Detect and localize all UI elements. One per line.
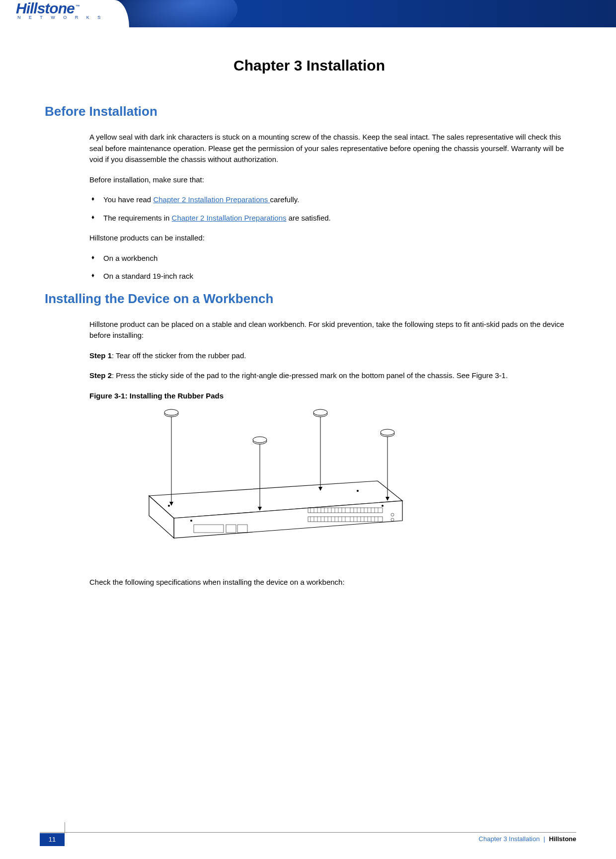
section-before-body: A yellow seal with dark ink characters i… [89, 132, 574, 282]
rubber-pad-icon [313, 409, 327, 491]
step1-text: : Tear off the sticker from the rubber p… [112, 351, 246, 360]
screw-icon [168, 505, 170, 507]
svg-point-59 [313, 409, 327, 415]
before-para1: A yellow seal with dark ink characters i… [89, 132, 574, 165]
footer-vertical-rule [65, 822, 65, 833]
list-item: You have read Chapter 2 Installation Pre… [103, 194, 574, 206]
rubber-pads-diagram [119, 406, 417, 560]
link-chapter2-a[interactable]: Chapter 2 Installation Preparations [153, 195, 270, 204]
workbench-para-after: Check the following specifications when … [89, 577, 574, 588]
svg-point-55 [253, 437, 267, 443]
page-content: Chapter 3 Installation Before Installati… [0, 27, 616, 588]
footer-separator: | [543, 835, 545, 843]
svg-point-51 [164, 409, 178, 415]
footer-brand: Hillstone [549, 835, 576, 843]
header-blue-band [114, 0, 616, 27]
before-list-1: You have read Chapter 2 Installation Pre… [89, 194, 574, 224]
before-para2: Before installation, make sure that: [89, 174, 574, 186]
logo-main-text: Hillstone [16, 0, 75, 16]
footer-chapter: Chapter 3 Installation [479, 835, 540, 843]
footer-right: Chapter 3 Installation | Hillstone [479, 835, 576, 843]
section-workbench-heading: Installing the Device on a Workbench [45, 291, 574, 307]
step2-text: : Press the sticky side of the pad to th… [112, 371, 508, 380]
section-workbench-body: Hillstone product can be placed on a sta… [89, 319, 574, 588]
link-chapter2-b[interactable]: Chapter 2 Installation Preparations [172, 214, 287, 222]
section-before-installation-heading: Before Installation [45, 104, 574, 119]
list-item: On a workbench [103, 253, 574, 264]
before-list-2: On a workbench On a standard 19-inch rac… [89, 253, 574, 282]
step-2: Step 2: Press the sticky side of the pad… [89, 370, 574, 382]
page-number: 11 [40, 833, 65, 846]
figure-3-1-caption: Figure 3-1: Installing the Rubber Pads [89, 390, 574, 402]
step1-label: Step 1 [89, 351, 112, 360]
page-header: Hillstone™ N E T W O R K S [0, 0, 616, 27]
step2-label: Step 2 [89, 371, 112, 380]
footer-rule [40, 832, 576, 833]
screw-icon [357, 490, 359, 492]
header-curve-decoration [114, 0, 242, 27]
figure-3-1 [119, 406, 574, 562]
li-text: are satisfied. [287, 214, 331, 222]
step-1: Step 1: Tear off the sticker from the ru… [89, 350, 574, 362]
trademark-icon: ™ [76, 4, 79, 9]
svg-point-63 [381, 429, 394, 435]
brand-logo: Hillstone™ N E T W O R K S [16, 1, 105, 20]
page-footer: 11 Chapter 3 Installation | Hillstone [0, 833, 616, 848]
chapter-title: Chapter 3 Installation [45, 57, 574, 74]
list-item: The requirements in Chapter 2 Installati… [103, 213, 574, 224]
li-text: The requirements in [103, 214, 172, 222]
list-item: On a standard 19-inch rack [103, 271, 574, 282]
screw-icon [382, 505, 384, 507]
logo-text: Hillstone™ [16, 1, 105, 16]
li-text: You have read [103, 195, 153, 204]
rubber-pad-icon [164, 409, 178, 506]
li-text: carefully. [270, 195, 300, 204]
workbench-para1: Hillstone product can be placed on a sta… [89, 319, 574, 341]
before-para3: Hillstone products can be installed: [89, 233, 574, 244]
screw-icon [190, 520, 192, 522]
